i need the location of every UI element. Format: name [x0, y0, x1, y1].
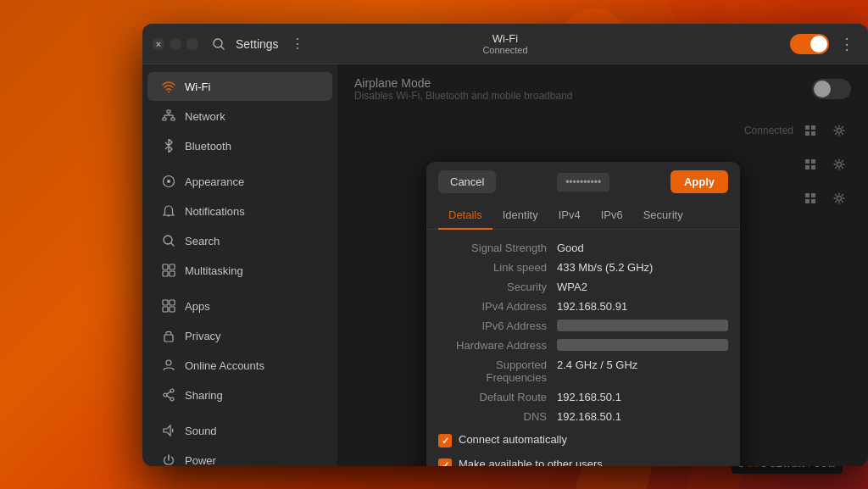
svg-point-24 — [170, 389, 174, 392]
frequencies-row: Supported Frequencies 2.4 GHz / 5 GHz — [438, 358, 728, 384]
sidebar-label-search: Search — [185, 235, 220, 247]
cancel-button[interactable]: Cancel — [438, 170, 496, 193]
ipv6-label: IPv6 Address — [438, 320, 557, 332]
svg-rect-16 — [163, 271, 168, 276]
titlebar: × Settings ⋮ Wi-Fi Connected ⋮ — [142, 24, 868, 64]
bell-icon — [161, 203, 176, 219]
make-available-label-wrap: Make available to other users — [459, 458, 728, 466]
svg-rect-21 — [170, 307, 175, 312]
sidebar-item-privacy[interactable]: Privacy — [147, 321, 332, 350]
network-icon — [161, 108, 176, 124]
multitasking-icon — [161, 263, 176, 278]
window-menu-dots[interactable]: ⋮ — [287, 36, 308, 52]
sidebar-item-notifications[interactable]: Notifications — [147, 197, 332, 225]
svg-rect-4 — [163, 118, 166, 120]
close-button[interactable]: × — [153, 38, 164, 50]
sidebar-label-bluetooth: Bluetooth — [185, 140, 231, 153]
right-panel: Airplane Mode Disables Wi-Fi, Bluetooth … — [337, 64, 868, 466]
ipv4-label: IPv4 Address — [438, 300, 557, 313]
sidebar-item-sound[interactable]: Sound — [147, 416, 332, 445]
default-route-label: Default Route — [438, 391, 557, 403]
svg-point-26 — [170, 397, 174, 401]
appearance-icon — [161, 174, 176, 189]
settings-window: × Settings ⋮ Wi-Fi Connected ⋮ — [142, 24, 868, 466]
sidebar-label-notifications: Notifications — [185, 205, 245, 218]
svg-rect-5 — [171, 118, 175, 120]
sidebar-label-apps: Apps — [185, 300, 210, 313]
connect-auto-checkbox[interactable]: ✓ — [438, 434, 452, 447]
frequencies-value: 2.4 GHz / 5 GHz — [557, 358, 728, 371]
connection-details-modal: Cancel •••••••••• Apply Details Identity… — [426, 162, 740, 466]
maximize-button[interactable] — [186, 38, 198, 50]
sidebar-item-multitasking[interactable]: Multitasking — [147, 256, 332, 285]
bluetooth-icon — [161, 138, 176, 153]
wifi-header-title: Wi-Fi — [482, 32, 527, 45]
apply-button[interactable]: Apply — [670, 170, 728, 193]
wifi-icon — [161, 79, 176, 94]
modal-header: Cancel •••••••••• Apply — [426, 162, 740, 202]
svg-point-11 — [167, 180, 170, 183]
privacy-icon — [161, 328, 176, 343]
sidebar: Wi-Fi Network — [142, 64, 337, 466]
modal-content: Signal Strength Good Link speed 433 Mb/s… — [426, 230, 740, 466]
hardware-value — [557, 339, 728, 351]
ipv4-row: IPv4 Address 192.168.50.91 — [438, 300, 728, 313]
dns-value: 192.168.50.1 — [557, 410, 728, 423]
main-content: Wi-Fi Network — [142, 64, 868, 466]
sidebar-item-power[interactable]: Power — [147, 446, 332, 466]
titlebar-right: ⋮ — [673, 34, 868, 54]
tab-ipv6[interactable]: IPv6 — [591, 202, 633, 230]
sidebar-label-appearance: Appearance — [185, 175, 244, 188]
sidebar-item-network[interactable]: Network — [147, 102, 332, 131]
svg-rect-15 — [170, 264, 175, 270]
connect-auto-label-wrap: Connect automatically — [459, 433, 728, 446]
modal-title-area: •••••••••• — [496, 173, 670, 192]
make-available-checkbox[interactable]: ✓ — [438, 458, 452, 466]
tab-security[interactable]: Security — [633, 202, 693, 230]
window-title: Settings — [236, 37, 279, 51]
svg-marker-29 — [164, 425, 170, 436]
dns-row: DNS 192.168.50.1 — [438, 410, 728, 423]
sidebar-item-sharing[interactable]: Sharing — [147, 381, 332, 409]
sidebar-label-multitasking: Multitasking — [185, 264, 243, 277]
sidebar-item-appearance[interactable]: Appearance — [147, 167, 332, 196]
search-icon[interactable] — [212, 37, 225, 51]
search-sidebar-icon — [161, 233, 176, 248]
tab-details[interactable]: Details — [438, 202, 492, 230]
make-available-checkmark: ✓ — [442, 460, 449, 467]
security-value: WPA2 — [557, 281, 728, 293]
ipv4-value: 192.168.50.91 — [557, 300, 728, 313]
make-available-row: ✓ Make available to other users — [438, 458, 728, 466]
wifi-main-toggle[interactable] — [790, 34, 829, 54]
svg-rect-14 — [163, 264, 168, 270]
frequencies-label: Supported Frequencies — [438, 358, 557, 384]
accounts-icon — [161, 358, 176, 373]
svg-line-1 — [221, 46, 225, 49]
wifi-header-sub: Connected — [482, 45, 527, 55]
svg-point-23 — [166, 360, 171, 365]
hardware-row: Hardware Address — [438, 339, 728, 352]
tab-identity[interactable]: Identity — [492, 202, 548, 230]
sidebar-label-power: Power — [185, 454, 216, 467]
apps-icon — [161, 298, 176, 314]
link-speed-label: Link speed — [438, 261, 557, 274]
sidebar-item-search[interactable]: Search — [147, 226, 332, 255]
ipv6-value — [557, 320, 728, 331]
svg-line-13 — [171, 243, 174, 246]
minimize-button[interactable] — [170, 38, 181, 50]
sidebar-item-apps[interactable]: Apps — [147, 292, 332, 320]
connect-auto-checkmark: ✓ — [442, 436, 449, 447]
wifi-header: Wi-Fi Connected — [482, 32, 527, 55]
svg-rect-18 — [163, 300, 168, 305]
connect-auto-label: Connect automatically — [459, 433, 567, 446]
connect-auto-row: ✓ Connect automatically — [438, 433, 728, 447]
sidebar-label-wifi: Wi-Fi — [185, 81, 210, 93]
sidebar-item-online-accounts[interactable]: Online Accounts — [147, 351, 332, 380]
wifi-menu-dots[interactable]: ⋮ — [836, 35, 858, 53]
sharing-icon — [161, 387, 176, 403]
sidebar-item-bluetooth[interactable]: Bluetooth — [147, 131, 332, 160]
svg-rect-19 — [170, 300, 175, 305]
tab-ipv4[interactable]: IPv4 — [548, 202, 591, 230]
sidebar-item-wifi[interactable]: Wi-Fi — [147, 72, 332, 101]
titlebar-center: Wi-Fi Connected — [337, 32, 673, 55]
